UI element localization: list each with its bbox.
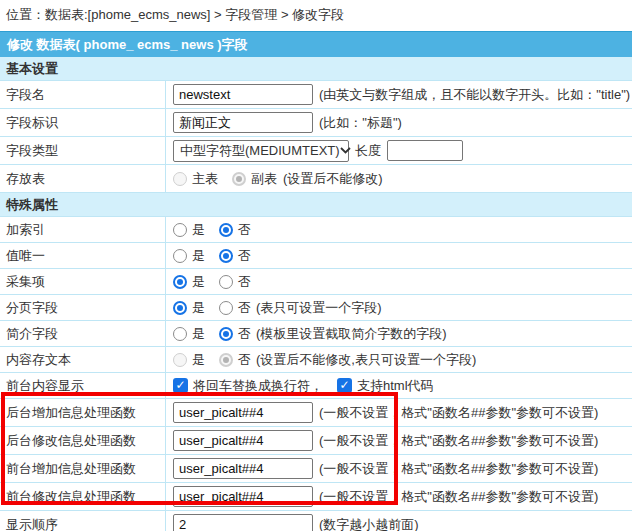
radio-icon (173, 301, 187, 315)
fn-edit-front-input[interactable] (173, 486, 313, 507)
breadcrumb-item-field-manage[interactable]: 字段管理 (225, 6, 277, 24)
html-support-label: 支持html代码 (357, 377, 434, 395)
page-title: 修改 数据表( phome_ ecms_ news )字段 (0, 31, 632, 57)
breadcrumb-separator: > (210, 7, 225, 22)
store-table-label: 存放表 (0, 165, 166, 192)
field-type-selected-value: 中型字符型(MEDIUMTEXT) (180, 142, 340, 160)
table-row-collect: 采集项 是 否 (0, 269, 632, 295)
unique-yes-radio[interactable]: 是 (173, 247, 205, 265)
fn-add-front-label: 前台增加信息处理函数 (0, 455, 166, 482)
order-input[interactable] (173, 514, 313, 531)
breadcrumb: 位置：数据表:[phome_ecms_news] > 字段管理 > 修改字段 (0, 0, 632, 29)
newline-replace-checkbox[interactable]: 将回车替换成换行符， (173, 377, 323, 395)
add-index-no-radio[interactable]: 否 (219, 221, 251, 239)
add-index-label: 加索引 (0, 217, 166, 242)
page-field-hint: (表只可设置一个字段) (256, 299, 382, 317)
radio-icon (173, 172, 187, 186)
page-field-yes-radio[interactable]: 是 (173, 299, 205, 317)
intro-field-hint: (模板里设置截取简介字数的字段) (256, 325, 447, 343)
fn-add-front-input[interactable] (173, 458, 313, 479)
fn-edit-back-input[interactable] (173, 430, 313, 451)
intro-field-no-radio[interactable]: 否(模板里设置截取简介字数的字段) (219, 325, 447, 343)
field-name-label: 字段名 (0, 81, 166, 108)
no-label: 否 (238, 247, 251, 265)
breadcrumb-table: 数据表:[phome_ecms_news] (45, 6, 210, 24)
text-store-no-radio: 否(设置后不能修改,表只可设置一个字段) (219, 351, 476, 369)
text-store-hint: (设置后不能修改,表只可设置一个字段) (256, 351, 476, 369)
radio-icon (173, 275, 187, 289)
radio-icon (173, 223, 187, 237)
no-label: 否 (238, 325, 251, 343)
add-index-yes-radio[interactable]: 是 (173, 221, 205, 239)
radio-icon (219, 223, 233, 237)
field-title-label: 字段标识 (0, 109, 166, 136)
html-support-checkbox[interactable]: 支持html代码 (337, 377, 434, 395)
store-table-main-label: 主表 (192, 170, 218, 188)
radio-icon (219, 249, 233, 263)
table-row-unique: 值唯一 是 否 (0, 243, 632, 269)
unique-label: 值唯一 (0, 243, 166, 268)
modify-field-page: 位置：数据表:[phome_ecms_news] > 字段管理 > 修改字段 修… (0, 0, 632, 531)
order-label: 显示顺序 (0, 511, 166, 531)
text-store-yes-radio: 是 (173, 351, 205, 369)
collect-label: 采集项 (0, 269, 166, 294)
field-title-hint: (比如："标题") (319, 114, 402, 132)
table-row-field-type: 字段类型 中型字符型(MEDIUMTEXT) 长度 (0, 137, 632, 165)
no-label: 否 (238, 351, 251, 369)
yes-label: 是 (192, 325, 205, 343)
radio-icon (232, 172, 246, 186)
store-table-sub-label: 副表 (251, 170, 277, 188)
field-name-input[interactable] (173, 84, 313, 105)
radio-icon (219, 353, 233, 367)
radio-icon (219, 275, 233, 289)
field-type-select[interactable]: 中型字符型(MEDIUMTEXT) (173, 140, 349, 162)
table-row-field-title: 字段标识 (比如："标题") (0, 109, 632, 137)
fn-edit-back-label: 后台修改信息处理函数 (0, 427, 166, 454)
fn-add-front-hint: (一般不设置，格式"函数名##参数"参数可不设置) (319, 460, 598, 478)
radio-icon (173, 249, 187, 263)
no-label: 否 (238, 299, 251, 317)
fn-edit-front-hint: (一般不设置，格式"函数名##参数"参数可不设置) (319, 488, 598, 506)
table-row-store-table: 存放表 主表 副表 (设置后不能修改) (0, 165, 632, 193)
fn-edit-front-label: 前台修改信息处理函数 (0, 483, 166, 510)
yes-label: 是 (192, 351, 205, 369)
field-title-input[interactable] (173, 112, 313, 133)
table-row-text-store: 内容存文本 是 否(设置后不能修改,表只可设置一个字段) (0, 347, 632, 373)
intro-field-yes-radio[interactable]: 是 (173, 325, 205, 343)
breadcrumb-separator: > (277, 7, 292, 22)
yes-label: 是 (192, 273, 205, 291)
yes-label: 是 (192, 247, 205, 265)
text-store-label: 内容存文本 (0, 347, 166, 372)
length-label: 长度 (355, 142, 381, 160)
collect-yes-radio[interactable]: 是 (173, 273, 205, 291)
table-row-page-field: 分页字段 是 否(表只可设置一个字段) (0, 295, 632, 321)
breadcrumb-item-modify-field[interactable]: 修改字段 (292, 6, 344, 24)
table-row-fn-add-front: 前台增加信息处理函数 (一般不设置，格式"函数名##参数"参数可不设置) (0, 455, 632, 483)
section-special-attrs: 特殊属性 (0, 193, 632, 217)
table-row-front-display: 前台内容显示 将回车替换成换行符， 支持html代码 (0, 373, 632, 399)
table-row-fn-add-back: 后台增加信息处理函数 (一般不设置，格式"函数名##参数"参数可不设置) (0, 399, 632, 427)
page-field-no-radio[interactable]: 否(表只可设置一个字段) (219, 299, 382, 317)
order-hint: (数字越小越前面) (319, 516, 419, 531)
store-table-main-radio: 主表 (173, 170, 218, 188)
length-input[interactable] (387, 140, 463, 161)
store-table-hint: (设置后不能修改) (283, 170, 383, 188)
fn-edit-back-hint: (一般不设置，格式"函数名##参数"参数可不设置) (319, 432, 598, 450)
table-row-add-index: 加索引 是 否 (0, 217, 632, 243)
radio-icon (219, 327, 233, 341)
collect-no-radio[interactable]: 否 (219, 273, 251, 291)
yes-label: 是 (192, 221, 205, 239)
radio-icon (219, 301, 233, 315)
table-row-field-name: 字段名 (由英文与数字组成，且不能以数字开头。比如："title") (0, 81, 632, 109)
fn-add-back-input[interactable] (173, 402, 313, 423)
fn-add-back-hint: (一般不设置，格式"函数名##参数"参数可不设置) (319, 404, 598, 422)
unique-no-radio[interactable]: 否 (219, 247, 251, 265)
table-row-order: 显示顺序 (数字越小越前面) (0, 511, 632, 531)
table-row-fn-edit-front: 前台修改信息处理函数 (一般不设置，格式"函数名##参数"参数可不设置) (0, 483, 632, 511)
checkbox-checked-icon (173, 378, 188, 393)
intro-field-label: 简介字段 (0, 321, 166, 346)
radio-icon (173, 327, 187, 341)
page-field-label: 分页字段 (0, 295, 166, 320)
store-table-sub-radio: 副表 (232, 170, 277, 188)
table-row-intro-field: 简介字段 是 否(模板里设置截取简介字数的字段) (0, 321, 632, 347)
